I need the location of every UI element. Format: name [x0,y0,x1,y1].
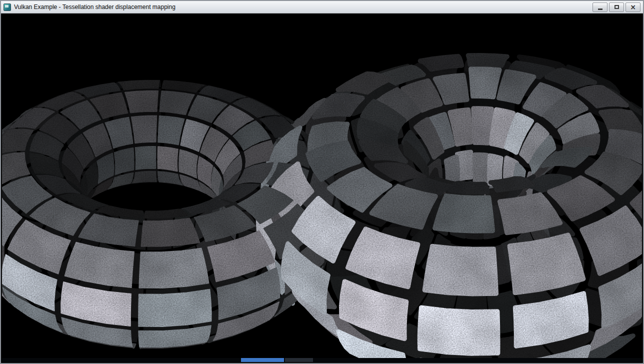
window-controls: × [591,2,640,12]
render-viewport[interactable] [2,14,642,360]
torus-tile [468,55,507,66]
torus-tile [136,146,156,170]
torus-tile [125,91,158,113]
torus-tile [470,69,500,97]
maximize-button[interactable] [609,2,624,12]
torus-tile [420,56,462,69]
taskbar-item[interactable] [241,358,284,362]
torus-tile [118,80,160,90]
app-icon[interactable] [4,4,11,11]
close-icon: × [630,4,636,10]
minimize-icon [598,8,602,10]
torus-tile [474,108,492,144]
close-button[interactable]: × [626,2,640,12]
viewport-canvas[interactable] [2,14,642,360]
torus-tile [139,248,208,288]
maximize-icon [614,5,619,9]
torus-tile [114,148,134,174]
tori-render [2,55,642,360]
torus-tile [435,196,493,232]
taskbar-item[interactable] [285,358,313,362]
torus-tile [158,146,178,171]
torus-tile [424,246,496,294]
torus-tile [420,308,498,354]
torus-tile [475,154,487,183]
torus-tile [138,290,211,326]
torus-tile [132,172,156,183]
window-title: Vulkan Example - Tessellation shader dis… [14,4,176,10]
torus-tile [450,183,488,192]
taskbar-strip[interactable] [2,358,642,362]
app-window: Vulkan Example - Tessellation shader dis… [0,0,644,364]
minimize-button[interactable] [592,2,608,12]
titlebar[interactable]: Vulkan Example - Tessellation shader dis… [1,1,643,14]
torus-tile [142,218,200,246]
torus-tile [132,116,156,144]
torus-tile [510,235,584,293]
